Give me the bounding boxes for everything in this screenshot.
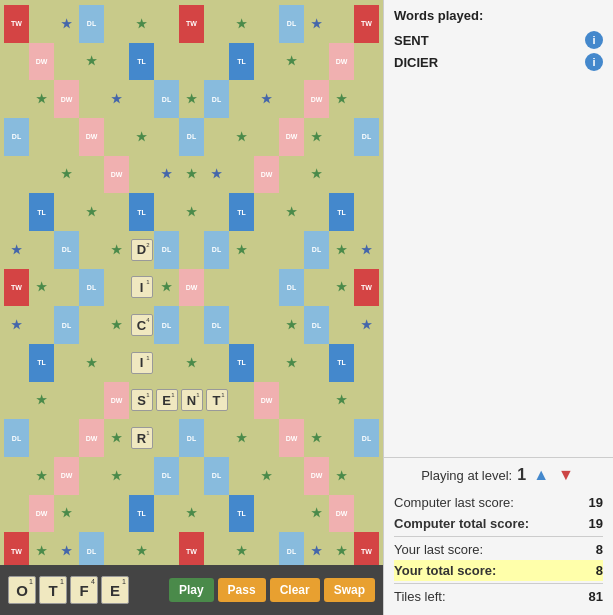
board-cell[interactable]	[54, 43, 79, 81]
board-cell[interactable]	[79, 80, 104, 118]
board-cell[interactable]	[29, 231, 54, 269]
board-cell[interactable]	[304, 193, 329, 231]
board-cell[interactable]	[279, 80, 304, 118]
board-cell[interactable]: ★	[204, 156, 229, 194]
board-cell[interactable]	[54, 193, 79, 231]
info-icon[interactable]: i	[585, 31, 603, 49]
board-cell[interactable]: ★	[329, 532, 354, 565]
board-cell[interactable]: DL	[204, 306, 229, 344]
board-cell[interactable]: TW	[179, 532, 204, 565]
board-cell[interactable]	[279, 156, 304, 194]
board-cell[interactable]	[29, 5, 54, 43]
board-cell[interactable]: ★	[179, 495, 204, 533]
board-cell[interactable]: ★	[354, 306, 379, 344]
board-cell[interactable]: N1	[179, 382, 204, 420]
board-cell[interactable]	[204, 118, 229, 156]
board-cell[interactable]	[229, 382, 254, 420]
board-cell[interactable]: ★	[179, 80, 204, 118]
board-cell[interactable]: DL	[279, 269, 304, 307]
board-cell[interactable]: ★	[29, 457, 54, 495]
board-cell[interactable]: ★	[54, 532, 79, 565]
board-cell[interactable]	[104, 43, 129, 81]
board-cell[interactable]: DL	[304, 231, 329, 269]
board-cell[interactable]	[129, 80, 154, 118]
board-cell[interactable]: ★	[29, 532, 54, 565]
board-cell[interactable]: ★	[54, 156, 79, 194]
board-tile[interactable]: T1	[206, 389, 228, 411]
board-cell[interactable]	[279, 382, 304, 420]
board-cell[interactable]: ★	[229, 118, 254, 156]
board-cell[interactable]	[154, 118, 179, 156]
board-cell[interactable]: ★	[29, 80, 54, 118]
board-cell[interactable]	[304, 382, 329, 420]
board-cell[interactable]: ★	[329, 231, 354, 269]
board-cell[interactable]: ★	[179, 344, 204, 382]
board-cell[interactable]: DW	[279, 419, 304, 457]
board-cell[interactable]	[4, 382, 29, 420]
board-cell[interactable]	[254, 495, 279, 533]
board-cell[interactable]: ★	[229, 231, 254, 269]
board-tile[interactable]: C4	[131, 314, 153, 336]
board-cell[interactable]: DW	[29, 43, 54, 81]
board-cell[interactable]	[54, 344, 79, 382]
board-cell[interactable]: DW	[179, 269, 204, 307]
board-cell[interactable]	[229, 156, 254, 194]
board-cell[interactable]: DL	[4, 118, 29, 156]
board-cell[interactable]: ★	[54, 5, 79, 43]
board-cell[interactable]: I1	[129, 344, 154, 382]
board-cell[interactable]: DW	[304, 457, 329, 495]
board-tile[interactable]: S1	[131, 389, 153, 411]
board-cell[interactable]: R1	[129, 419, 154, 457]
board-cell[interactable]: TW	[4, 269, 29, 307]
board-cell[interactable]	[154, 495, 179, 533]
board-cell[interactable]: TW	[354, 269, 379, 307]
board-cell[interactable]	[279, 231, 304, 269]
board-cell[interactable]: TL	[129, 43, 154, 81]
board-cell[interactable]: TL	[129, 495, 154, 533]
board-cell[interactable]: DW	[254, 156, 279, 194]
board-cell[interactable]	[154, 43, 179, 81]
board-cell[interactable]	[229, 457, 254, 495]
board-cell[interactable]: TW	[354, 5, 379, 43]
board-cell[interactable]: DL	[304, 306, 329, 344]
board-cell[interactable]: S1	[129, 382, 154, 420]
pass-button[interactable]: Pass	[218, 578, 266, 602]
board-cell[interactable]	[4, 344, 29, 382]
board-cell[interactable]: TL	[229, 495, 254, 533]
board-cell[interactable]: TL	[229, 43, 254, 81]
board-cell[interactable]: TW	[179, 5, 204, 43]
board-cell[interactable]: ★	[4, 306, 29, 344]
board-cell[interactable]: ★	[329, 80, 354, 118]
board-cell[interactable]: I1	[129, 269, 154, 307]
board-cell[interactable]: ★	[254, 80, 279, 118]
board-cell[interactable]	[354, 495, 379, 533]
board-cell[interactable]: ★	[129, 532, 154, 565]
board-cell[interactable]	[254, 193, 279, 231]
board-tile[interactable]: I1	[131, 352, 153, 374]
board-cell[interactable]	[204, 344, 229, 382]
board-cell[interactable]	[204, 5, 229, 43]
board-cell[interactable]	[129, 156, 154, 194]
board-cell[interactable]: ★	[104, 80, 129, 118]
board-cell[interactable]: ★	[179, 156, 204, 194]
board-cell[interactable]	[179, 457, 204, 495]
board-cell[interactable]: ★	[129, 118, 154, 156]
board-cell[interactable]: TL	[129, 193, 154, 231]
board-cell[interactable]	[204, 269, 229, 307]
board-cell[interactable]: ★	[179, 193, 204, 231]
board-cell[interactable]: DL	[279, 532, 304, 565]
board-cell[interactable]	[4, 80, 29, 118]
board-cell[interactable]	[229, 80, 254, 118]
board-cell[interactable]: DW	[304, 80, 329, 118]
board-cell[interactable]: DL	[204, 231, 229, 269]
board-cell[interactable]	[254, 269, 279, 307]
board-cell[interactable]: DL	[204, 457, 229, 495]
board-cell[interactable]: ★	[329, 382, 354, 420]
board-cell[interactable]	[154, 193, 179, 231]
board-cell[interactable]: DL	[354, 118, 379, 156]
board-cell[interactable]	[79, 156, 104, 194]
board-cell[interactable]	[279, 495, 304, 533]
board-cell[interactable]: DW	[329, 495, 354, 533]
tray-tile[interactable]: E1	[101, 576, 129, 604]
board-cell[interactable]	[354, 156, 379, 194]
